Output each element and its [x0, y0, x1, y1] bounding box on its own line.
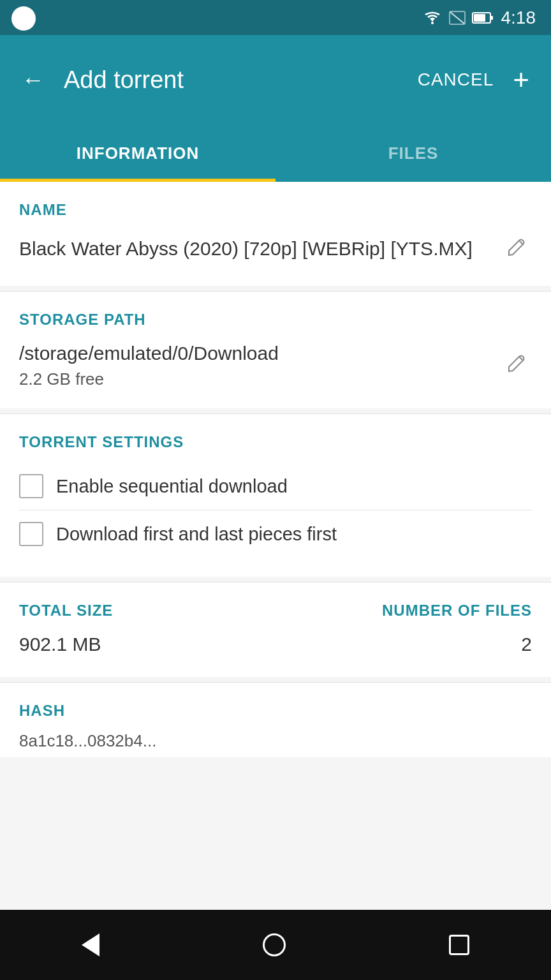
tab-files[interactable]: FILES [276, 124, 551, 182]
total-size-label: TOTAL SIZE [19, 602, 276, 620]
status-icons: 4:18 [422, 8, 536, 28]
recents-square-icon [449, 935, 469, 955]
storage-path-value: /storage/emulated/0/Download [19, 340, 279, 367]
storage-free-value: 2.2 GB free [19, 369, 279, 389]
name-edit-button[interactable] [500, 230, 532, 267]
tab-information[interactable]: INFORMATION [0, 124, 276, 182]
sequential-row: Enable sequential download [19, 463, 532, 510]
firstlast-row: Download first and last pieces first [19, 510, 532, 558]
svg-line-8 [450, 12, 464, 24]
svg-point-1 [22, 17, 26, 20]
wifi-icon [422, 10, 443, 26]
num-files-label: NUMBER OF FILES [276, 602, 532, 620]
num-files-value: 2 [276, 631, 532, 658]
name-label: NAME [19, 201, 532, 219]
total-size-value: 902.1 MB [19, 631, 276, 658]
hash-section: HASH 8a1c18...0832b4... [0, 683, 551, 757]
main-content: NAME Black Water Abyss (2020) [720p] [WE… [0, 182, 551, 910]
add-button[interactable]: + [506, 66, 536, 94]
status-bar: 4:18 [0, 0, 551, 35]
hash-value: 8a1c18...0832b4... [19, 731, 532, 751]
nav-home-button[interactable] [244, 924, 305, 965]
torrent-settings-section: TORRENT SETTINGS Enable sequential downl… [0, 414, 551, 577]
bottom-nav [0, 910, 551, 980]
sequential-label: Enable sequential download [56, 476, 288, 497]
hash-label: HASH [19, 702, 532, 720]
app-logo [11, 6, 36, 31]
firstlast-checkbox[interactable] [19, 522, 43, 546]
battery-icon [472, 11, 495, 25]
firstlast-label: Download first and last pieces first [56, 524, 337, 545]
storage-edit-button[interactable] [500, 346, 532, 383]
storage-path-label: STORAGE PATH [19, 311, 532, 329]
nav-back-button[interactable] [62, 924, 119, 965]
tab-bar: INFORMATION FILES [0, 124, 551, 182]
cancel-button[interactable]: CANCEL [418, 70, 494, 90]
back-button[interactable]: ← [15, 62, 51, 98]
app-bar: ← Add torrent CANCEL + [0, 35, 551, 124]
torrent-settings-label: TORRENT SETTINGS [19, 433, 532, 451]
sim-icon [449, 11, 466, 25]
home-circle-icon [263, 933, 286, 956]
stats-section: TOTAL SIZE 902.1 MB NUMBER OF FILES 2 [0, 583, 551, 677]
svg-point-6 [431, 22, 434, 24]
sequential-checkbox[interactable] [19, 474, 43, 498]
page-title: Add torrent [64, 66, 405, 94]
nav-recents-button[interactable] [430, 926, 489, 964]
svg-rect-10 [474, 14, 485, 22]
name-value: Black Water Abyss (2020) [720p] [WEBRip]… [19, 235, 473, 262]
name-section: NAME Black Water Abyss (2020) [720p] [WE… [0, 182, 551, 286]
status-time: 4:18 [501, 8, 536, 28]
back-triangle-icon [82, 933, 99, 956]
storage-path-section: STORAGE PATH /storage/emulated/0/Downloa… [0, 292, 551, 408]
svg-rect-11 [490, 16, 493, 20]
